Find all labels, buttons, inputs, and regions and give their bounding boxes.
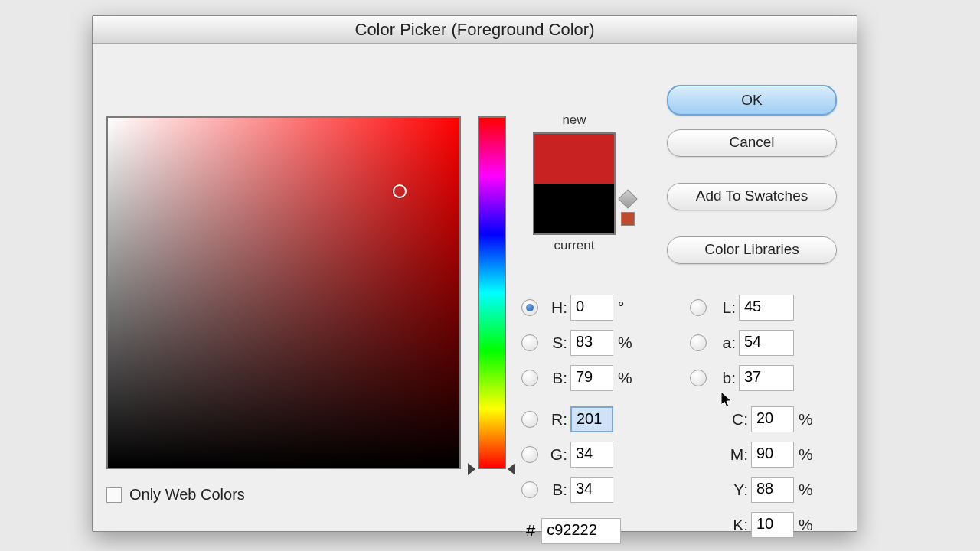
hex-input[interactable]: c92222 (541, 518, 621, 544)
brightness-radio[interactable] (521, 370, 538, 386)
lab-a-label: a: (713, 334, 736, 352)
sb-cursor[interactable] (393, 184, 407, 198)
lab-a-input[interactable]: 54 (739, 330, 794, 356)
lab-a-radio[interactable] (690, 334, 707, 351)
magenta-input[interactable]: 90 (751, 442, 794, 468)
current-color-label: current (524, 238, 624, 253)
brightness-label: B: (544, 369, 567, 387)
magenta-label: M: (725, 445, 748, 464)
lab-b-label: b: (713, 369, 736, 387)
add-to-swatches-button[interactable]: Add To Swatches (667, 183, 837, 210)
color-picker-dialog: Color Picker (Foreground Color) new c (92, 15, 858, 532)
cyan-label: C: (725, 410, 748, 429)
dialog-body: new current OK Cancel Add To Swatches Co… (93, 44, 857, 531)
only-web-colors-checkbox[interactable] (106, 487, 122, 503)
lab-b-input[interactable]: 37 (739, 365, 794, 391)
dialog-title: Color Picker (Foreground Color) (93, 16, 857, 44)
swatch-preview: new current (524, 112, 624, 253)
saturation-radio[interactable] (521, 334, 538, 351)
hue-radio[interactable] (521, 299, 538, 316)
yellow-input[interactable]: 88 (751, 477, 794, 503)
new-color-swatch[interactable] (534, 134, 614, 184)
lab-l-input[interactable]: 45 (739, 295, 794, 321)
hue-label: H: (544, 298, 567, 317)
lab-b-radio[interactable] (690, 370, 707, 386)
only-web-colors-label: Only Web Colors (129, 486, 245, 504)
red-input[interactable]: 201 (570, 406, 613, 432)
lab-l-label: L: (713, 298, 736, 317)
green-label: G: (544, 445, 567, 464)
green-radio[interactable] (521, 446, 538, 463)
saturation-label: S: (544, 334, 567, 352)
lab-l-radio[interactable] (690, 299, 707, 316)
yellow-label: Y: (725, 481, 748, 499)
gamut-warning-swatch[interactable] (621, 212, 635, 226)
current-color-swatch[interactable] (534, 184, 614, 233)
hex-label: # (526, 521, 535, 541)
only-web-colors-row: Only Web Colors (106, 486, 245, 504)
hue-slider-arrow-right-icon[interactable] (508, 463, 515, 475)
blue-input[interactable]: 34 (570, 477, 613, 503)
blue-radio[interactable] (521, 481, 538, 498)
red-label: R: (544, 410, 567, 429)
new-color-label: new (524, 112, 624, 128)
ok-button[interactable]: OK (667, 85, 837, 116)
hue-input[interactable]: 0 (570, 295, 613, 321)
color-libraries-button[interactable]: Color Libraries (667, 236, 837, 264)
cancel-button[interactable]: Cancel (667, 129, 837, 157)
black-label: K: (725, 516, 748, 534)
saturation-input[interactable]: 83 (570, 330, 613, 356)
black-input[interactable]: 10 (751, 512, 794, 538)
hue-slider[interactable] (478, 116, 506, 469)
cyan-input[interactable]: 20 (751, 406, 794, 432)
red-radio[interactable] (521, 411, 538, 428)
brightness-input[interactable]: 79 (570, 365, 613, 391)
saturation-brightness-field[interactable] (106, 116, 461, 469)
hue-slider-arrow-left-icon[interactable] (468, 463, 475, 475)
blue-label: B: (544, 481, 567, 499)
green-input[interactable]: 34 (570, 442, 613, 468)
